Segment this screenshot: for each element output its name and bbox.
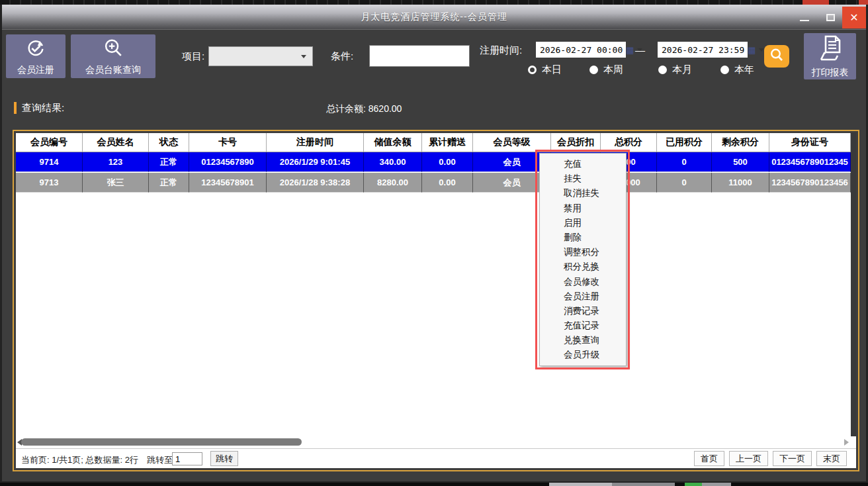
- table-cell: 0: [657, 173, 712, 193]
- pagination-controls: 首页 上一页 下一页 末页: [694, 451, 847, 466]
- minimize-button[interactable]: [791, 7, 818, 28]
- table-cell: 340.00: [364, 152, 422, 172]
- table-header-row: 会员编号 会员姓名 状态 卡号 注册时间 储值余额 累计赠送 会员等级 会员折扣…: [16, 133, 851, 152]
- col-header-status: 状态: [149, 133, 189, 152]
- last-page-button[interactable]: 末页: [816, 451, 847, 466]
- title-bar: 月太电竞酒店管理系统--会员管理 ✕: [2, 5, 866, 30]
- horizontal-scrollbar: [16, 436, 851, 448]
- date-to-value: 2026-02-27 23:59: [662, 45, 744, 55]
- chevron-down-icon: [301, 55, 306, 58]
- project-select[interactable]: [208, 46, 313, 66]
- date-to-picker[interactable]: 2026-02-27 23:59 ▦: [657, 41, 748, 58]
- col-header-member-name: 会员姓名: [83, 133, 149, 152]
- page-status-text: 当前页: 1/共1页; 总数据量: 2行: [21, 454, 138, 466]
- member-ledger-query-label: 会员台账查询: [85, 64, 141, 76]
- menu-item-report-loss[interactable]: 挂失: [540, 171, 626, 186]
- table-cell: 01234567890: [189, 152, 267, 172]
- first-page-button[interactable]: 首页: [694, 451, 724, 466]
- print-report-button[interactable]: 打印报表: [804, 33, 856, 79]
- jump-button[interactable]: 跳转: [210, 451, 238, 466]
- menu-item-consumption-records[interactable]: 消费记录: [540, 304, 626, 318]
- member-register-button[interactable]: 会员注册: [6, 34, 65, 78]
- search-icon: [769, 48, 784, 65]
- radio-this-week[interactable]: 本周: [589, 64, 623, 76]
- menu-item-recharge-records[interactable]: 充值记录: [540, 318, 626, 333]
- main-window: 月太电竞酒店管理系统--会员管理 ✕ 会员注册: [0, 5, 868, 483]
- maximize-button[interactable]: [818, 7, 842, 28]
- col-header-reg-time: 注册时间: [267, 133, 364, 152]
- menu-item-cancel-loss[interactable]: 取消挂失: [540, 186, 626, 201]
- col-header-balance: 储值余额: [364, 133, 422, 152]
- query-results-label: 查询结果:: [22, 102, 64, 115]
- menu-item-member-register[interactable]: 会员注册: [540, 289, 626, 304]
- table-row-selected[interactable]: 9714 123 正常 01234567890 2026/1/29 9:01:4…: [16, 152, 851, 172]
- window-title: 月太电竞酒店管理系统--会员管理: [2, 11, 866, 23]
- menu-item-member-upgrade[interactable]: 会员升级: [540, 348, 626, 362]
- table-cell: 500: [712, 152, 769, 172]
- menu-item-delete[interactable]: 删除: [540, 230, 626, 245]
- menu-item-recharge[interactable]: 充值: [540, 157, 626, 171]
- jump-page-input[interactable]: [172, 452, 202, 465]
- menu-item-enable[interactable]: 启用: [540, 216, 626, 230]
- scroll-right-arrow-icon[interactable]: [844, 439, 849, 446]
- table-cell: 0.00: [422, 152, 473, 172]
- radio-today[interactable]: 本日: [528, 64, 562, 76]
- horizontal-scrollbar-thumb[interactable]: [21, 438, 302, 446]
- radio-this-year[interactable]: 本年: [720, 64, 754, 76]
- maximize-icon: [826, 14, 835, 21]
- app-root: 月太电竞酒店管理系统--会员管理 ✕ 会员注册: [0, 0, 868, 486]
- row-context-menu: 充值 挂失 取消挂失 禁用 启用 删除 调整积分 积分兑换 会员修改 会员注册 …: [539, 153, 627, 366]
- table-cell: 123: [83, 152, 149, 172]
- col-header-level: 会员等级: [473, 133, 551, 152]
- menu-item-adjust-points[interactable]: 调整积分: [540, 245, 626, 260]
- taskbar-fragment: [549, 483, 612, 486]
- total-balance-value: 8620.00: [369, 103, 402, 114]
- menu-item-exchange-query[interactable]: 兑换查询: [540, 333, 626, 348]
- table-cell: 0.00: [422, 173, 473, 193]
- col-header-gift: 累计赠送: [422, 133, 473, 152]
- table-cell: 8280.00: [364, 173, 422, 193]
- registration-time-label: 注册时间:: [480, 44, 522, 57]
- minimize-icon: [800, 20, 809, 21]
- radio-this-week-label: 本周: [603, 64, 623, 76]
- menu-item-member-modify[interactable]: 会员修改: [540, 275, 626, 289]
- date-from-value: 2026-02-27 00:00: [540, 45, 623, 55]
- table-cell: 1234567890123456: [769, 173, 851, 193]
- date-range-separator: —: [635, 44, 645, 56]
- project-label: 项目:: [182, 50, 204, 63]
- printer-report-icon: [815, 34, 846, 65]
- previous-page-button[interactable]: 上一页: [729, 451, 768, 466]
- condition-input[interactable]: [369, 45, 470, 67]
- results-table: 会员编号 会员姓名 状态 卡号 注册时间 储值余额 累计赠送 会员等级 会员折扣…: [16, 133, 856, 468]
- print-report-label: 打印报表: [812, 67, 849, 79]
- radio-this-month-label: 本月: [672, 64, 692, 76]
- col-header-member-id: 会员编号: [16, 133, 83, 152]
- jump-to-label: 跳转至: [147, 454, 173, 466]
- taskbar-fragment: [612, 483, 675, 486]
- table-cell: 9713: [16, 173, 83, 193]
- refresh-check-icon: [24, 37, 47, 62]
- radio-dot-icon: [720, 66, 729, 74]
- close-button[interactable]: ✕: [842, 7, 866, 28]
- calendar-icon: ▦: [626, 46, 634, 54]
- table-row[interactable]: 9713 张三 正常 12345678901 2026/1/28 9:38:28…: [16, 173, 851, 193]
- table-cell: 2026/1/28 9:38:28: [267, 173, 364, 193]
- radio-dot-icon: [589, 66, 598, 74]
- menu-item-disable[interactable]: 禁用: [540, 201, 626, 216]
- search-button[interactable]: [764, 45, 789, 68]
- section-marker: [14, 102, 17, 114]
- condition-label: 条件:: [331, 50, 353, 63]
- background-window-strip: [0, 0, 868, 5]
- menu-item-points-exchange[interactable]: 积分兑换: [540, 260, 626, 274]
- results-table-container: 会员编号 会员姓名 状态 卡号 注册时间 储值余额 累计赠送 会员等级 会员折扣…: [13, 130, 859, 471]
- radio-this-month[interactable]: 本月: [658, 64, 692, 76]
- next-page-button[interactable]: 下一页: [773, 451, 812, 466]
- radio-dot-icon: [528, 66, 537, 74]
- calendar-icon: ▦: [748, 46, 756, 54]
- col-header-discount: 会员折扣: [551, 133, 601, 152]
- date-from-picker[interactable]: 2026-02-27 00:00 ▦: [535, 41, 627, 58]
- vertical-scrollbar-track[interactable]: [851, 133, 856, 436]
- magnifier-plus-icon: [102, 37, 124, 62]
- member-ledger-query-button[interactable]: 会员台账查询: [71, 34, 155, 78]
- table-cell: 0123456789012345: [769, 152, 851, 172]
